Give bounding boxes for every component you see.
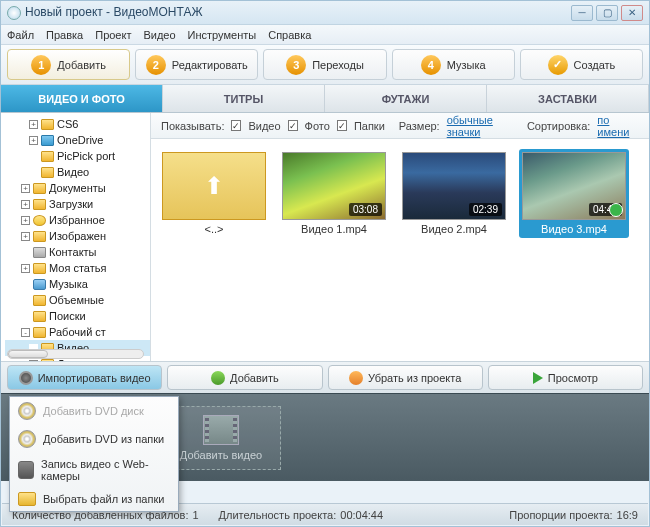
tree-toggle[interactable]: + [29, 120, 38, 129]
tree-item[interactable]: Контакты [5, 244, 150, 260]
menu-file[interactable]: Файл [7, 29, 34, 41]
tree-toggle[interactable]: + [21, 184, 30, 193]
selected-check-icon [609, 203, 623, 217]
video-item[interactable]: 04:44Видео 3.mp4 [519, 149, 629, 238]
tree-item[interactable]: Поиски [5, 308, 150, 324]
minimize-button[interactable]: ─ [571, 5, 593, 21]
timeline-placeholder[interactable]: Добавить видео [161, 406, 281, 470]
tree-toggle[interactable]: + [21, 200, 30, 209]
show-label: Показывать: [161, 120, 224, 132]
tree-toggle[interactable]: - [21, 328, 30, 337]
tree-label: PicPick port [57, 150, 115, 162]
source-tabs: ВИДЕО И ФОТО ТИТРЫ ФУТАЖИ ЗАСТАВКИ [1, 85, 649, 113]
size-link[interactable]: обычные значки [447, 114, 520, 138]
folder-tree[interactable]: +CS6+OneDrivePicPick portВидео+Документы… [1, 113, 151, 361]
file-browser: Показывать: ✓Видео ✓Фото ✓Папки Размер: … [151, 113, 649, 361]
video-thumbnail: 02:39 [402, 152, 506, 220]
tree-item[interactable]: +Моя статья [5, 260, 150, 276]
menu-edit[interactable]: Правка [46, 29, 83, 41]
tab-footages[interactable]: ФУТАЖИ [325, 85, 487, 112]
add-button[interactable]: Добавить [167, 365, 322, 390]
tree-item[interactable]: Видео [5, 164, 150, 180]
check-folders[interactable]: ✓ [337, 120, 347, 131]
tree-item[interactable]: Объемные [5, 292, 150, 308]
tab-video-photo[interactable]: ВИДЕО И ФОТО [1, 85, 163, 112]
tree-item[interactable]: +Загрузки [5, 196, 150, 212]
folder-icon [41, 167, 54, 178]
popup-file[interactable]: Выбрать файл из папки [10, 487, 178, 511]
menu-tools[interactable]: Инструменты [188, 29, 257, 41]
star-icon [33, 215, 46, 226]
tree-toggle[interactable]: + [21, 264, 30, 273]
folder-up-icon: ⬆ [162, 152, 266, 220]
maximize-button[interactable]: ▢ [596, 5, 618, 21]
music-icon [33, 279, 46, 290]
import-icon [19, 371, 33, 385]
popup-webcam[interactable]: Запись видео с Web-камеры [10, 453, 178, 487]
popup-add-dvd-folder[interactable]: Добавить DVD из папки [10, 425, 178, 453]
remove-icon [349, 371, 363, 385]
tree-item[interactable]: +Изображен [5, 228, 150, 244]
tree-scrollbar[interactable] [7, 349, 144, 359]
step-create[interactable]: ✓Создать [520, 49, 643, 80]
menu-project[interactable]: Проект [95, 29, 131, 41]
duration-badge: 02:39 [469, 203, 502, 216]
tree-item[interactable]: +Избранное [5, 212, 150, 228]
tree-item[interactable]: PicPick port [5, 148, 150, 164]
check-photo[interactable]: ✓ [288, 120, 298, 131]
tree-toggle [21, 296, 30, 305]
preview-button[interactable]: Просмотр [488, 365, 643, 390]
tree-label: Поиски [49, 310, 86, 322]
step-transitions[interactable]: 3Переходы [263, 49, 386, 80]
folder-icon [41, 119, 54, 130]
folder-icon [33, 295, 46, 306]
film-icon [203, 415, 239, 445]
tab-intros[interactable]: ЗАСТАВКИ [487, 85, 649, 112]
thumbnail-grid: ⬆<..>03:08Видео 1.mp402:39Видео 2.mp404:… [151, 139, 649, 361]
status-duration-val: 00:04:44 [340, 509, 383, 521]
video-item[interactable]: 02:39Видео 2.mp4 [399, 149, 509, 238]
folder-icon [41, 151, 54, 162]
tree-label: Видео [57, 166, 89, 178]
sort-link[interactable]: по имени [597, 114, 639, 138]
remove-button[interactable]: Убрать из проекта [328, 365, 483, 390]
tree-toggle[interactable]: + [29, 360, 38, 362]
tree-item[interactable]: +OneDrive [5, 132, 150, 148]
action-row: Импортировать видео Добавить Убрать из п… [1, 361, 649, 393]
tree-label: OneDrive [57, 134, 103, 146]
step-edit[interactable]: 2Редактировать [135, 49, 258, 80]
tree-toggle [21, 248, 30, 257]
menu-video[interactable]: Видео [143, 29, 175, 41]
thumb-caption: <..> [205, 223, 224, 235]
status-duration-label: Длительность проекта: [219, 509, 337, 521]
tree-toggle [21, 312, 30, 321]
dvd-icon [18, 402, 36, 420]
tree-toggle[interactable]: + [21, 216, 30, 225]
import-video-button[interactable]: Импортировать видео [7, 365, 162, 390]
tree-toggle[interactable]: + [21, 232, 30, 241]
tree-item[interactable]: Музыка [5, 276, 150, 292]
folder-up-item[interactable]: ⬆<..> [159, 149, 269, 238]
tree-item[interactable]: +Документы [5, 180, 150, 196]
step-music[interactable]: 4Музыка [392, 49, 515, 80]
close-button[interactable]: ✕ [621, 5, 643, 21]
folder-icon [33, 327, 46, 338]
video-item[interactable]: 03:08Видео 1.mp4 [279, 149, 389, 238]
tree-item[interactable]: +CS6 [5, 116, 150, 132]
tree-item[interactable]: -Рабочий ст [5, 324, 150, 340]
plus-icon [211, 371, 225, 385]
tree-label: Музыка [49, 278, 88, 290]
status-files-count: 1 [192, 509, 198, 521]
menu-help[interactable]: Справка [268, 29, 311, 41]
folder-icon [33, 263, 46, 274]
titlebar: Новый проект - ВидеоМОНТАЖ ─ ▢ ✕ [1, 1, 649, 25]
tree-toggle [21, 280, 30, 289]
check-video[interactable]: ✓ [231, 120, 241, 131]
tree-label: Рабочий ст [49, 326, 106, 338]
tab-titles[interactable]: ТИТРЫ [163, 85, 325, 112]
tree-toggle[interactable]: + [29, 136, 38, 145]
step-add[interactable]: 1Добавить [7, 49, 130, 80]
status-aspect-val: 16:9 [617, 509, 638, 521]
menubar: Файл Правка Проект Видео Инструменты Спр… [1, 25, 649, 45]
tree-toggle [29, 168, 38, 177]
